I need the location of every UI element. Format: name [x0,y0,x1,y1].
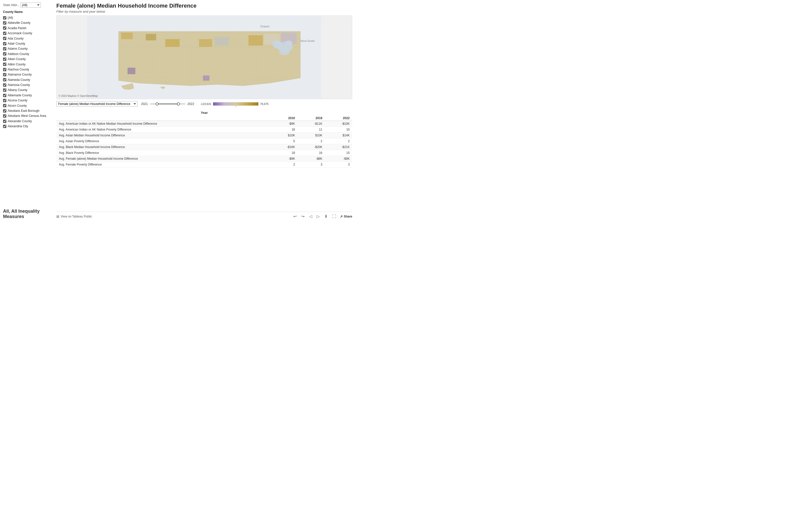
county-checkbox[interactable] [3,21,6,24]
county-checkbox[interactable] [3,83,6,87]
table-row: Avg. Female Poverty Difference233 [56,162,352,168]
table-row: Avg. Asian Median Household Income Diffe… [56,132,352,138]
county-item[interactable]: Alachua County [3,67,52,72]
county-item[interactable]: Aleutians East Borough [3,108,52,113]
county-item[interactable]: Acadia Parish [3,25,52,31]
table-cell-2010: 18 [270,150,298,156]
county-item[interactable]: Albany County [3,88,52,93]
county-checkbox[interactable] [3,114,6,118]
county-checkbox[interactable] [3,37,6,40]
undo-button[interactable]: ↩ [292,214,298,219]
table-cell-2010: -$9K [270,121,298,127]
county-item[interactable]: Alexander County [3,119,52,124]
fullscreen-button[interactable]: ⛶ [331,214,337,219]
share-label: Share [344,215,352,218]
county-item[interactable]: Alameda County [3,77,52,82]
county-item[interactable]: Alamance County [3,72,52,77]
table-cell-2019: -$11K [298,121,325,127]
county-item[interactable]: Adair County [3,41,52,46]
range-thumb-right[interactable] [177,102,180,105]
state-filter-row: State Abbr... (All) [3,3,52,8]
table-cell-2022: -$10K [325,121,352,127]
svg-rect-31 [128,68,136,74]
county-checkbox[interactable] [3,94,6,97]
county-item[interactable]: Alcorn County [3,103,52,108]
county-checkbox[interactable] [3,89,6,92]
forward-button[interactable]: ▷ [316,214,321,219]
svg-rect-28 [248,35,263,46]
county-checkbox[interactable] [3,125,6,128]
county-label: Aitkin County [8,62,26,67]
chart-title: Female (alone) Median Household Income D… [56,3,352,9]
county-list: (All)Abbeville CountyAcadia ParishAccoma… [3,15,52,205]
county-item[interactable]: (All) [3,15,52,20]
county-item[interactable]: Alamosa County [3,82,52,88]
county-item[interactable]: Aitkin County [3,62,52,67]
county-item[interactable]: Ada County [3,36,52,41]
table-header-year-2022: 2022 [325,116,352,121]
county-checkbox[interactable] [3,68,6,71]
county-item[interactable]: Aiken County [3,57,52,62]
table-cell-2022: -$21K [325,144,352,150]
county-label: Alachua County [8,67,29,72]
county-checkbox[interactable] [3,16,6,19]
table-cell-2010: 2 [270,162,298,168]
choropleth-map: Ontario Nova Scotia [57,16,352,99]
map-credit: © 2024 Mapbox © OpenStreetMap [59,95,98,97]
county-checkbox[interactable] [3,26,6,30]
county-checkbox[interactable] [3,120,6,123]
county-checkbox[interactable] [3,52,6,56]
measure-select-wrap: Female (alone) Median Household Income D… [56,101,138,107]
county-checkbox[interactable] [3,104,6,107]
county-label: Ada County [8,36,23,41]
county-label: Alcona County [8,98,28,103]
county-checkbox[interactable] [3,99,6,102]
county-label: Accomack County [8,31,32,36]
share-button[interactable]: ↗ Share [340,215,352,219]
table-cell-2010: -$16K [270,144,298,150]
table-header-year-2010: 2010 [270,116,298,121]
county-checkbox[interactable] [3,32,6,35]
county-item[interactable]: Abbeville County [3,20,52,25]
download-button[interactable]: ⬇ [323,214,328,219]
redo-button[interactable]: ↪ [300,214,306,219]
county-item[interactable]: Adams County [3,46,52,51]
range-thumb-left[interactable] [156,102,159,105]
svg-rect-24 [181,37,197,46]
county-item[interactable]: Alexandria City [3,124,52,129]
svg-text:Ontario: Ontario [260,25,269,28]
county-item[interactable]: Aleutians West Census Area [3,113,52,118]
county-checkbox[interactable] [3,78,6,81]
back-button[interactable]: ◁ [308,214,313,219]
all-measures-label: All, All Inequality Measures [3,209,52,219]
county-checkbox[interactable] [3,73,6,76]
year-range-slider[interactable] [150,103,186,104]
county-checkbox[interactable] [3,63,6,66]
county-label: Acadia Parish [8,25,27,31]
county-item[interactable]: Albemarle County [3,93,52,98]
svg-point-37 [285,40,293,46]
county-item[interactable]: Accomack County [3,31,52,36]
svg-rect-23 [165,39,180,47]
table-cell-label: Avg. Female Poverty Difference [56,162,270,168]
table-cell-2010: 5 [270,138,298,144]
table-cell-2019: $10K [298,132,325,138]
county-checkbox[interactable] [3,47,6,50]
table-year-header: Year [56,111,352,115]
county-item[interactable]: Addison County [3,51,52,57]
county-item[interactable]: Alcona County [3,98,52,103]
county-label: Alexandria City [8,124,28,129]
table-cell-label: Avg. American Indian or AK Native Median… [56,121,270,127]
county-label: Adams County [8,46,28,51]
table-row: Avg. Black Poverty Difference181615 [56,150,352,156]
state-filter-select[interactable]: (All) [20,3,41,8]
county-checkbox[interactable] [3,58,6,61]
county-checkbox[interactable] [3,109,6,113]
county-checkbox[interactable] [3,42,6,45]
table-cell-label: Avg. American Indian or AK Native Povert… [56,127,270,132]
table-cell-2019: -$20K [298,144,325,150]
county-label: Alamosa County [8,82,30,88]
measure-select[interactable]: Female (alone) Median Household Income D… [56,101,138,107]
tableau-public-link[interactable]: ⊞ View on Tableau Public [56,215,92,219]
svg-text:Nova Scotia: Nova Scotia [300,40,315,42]
